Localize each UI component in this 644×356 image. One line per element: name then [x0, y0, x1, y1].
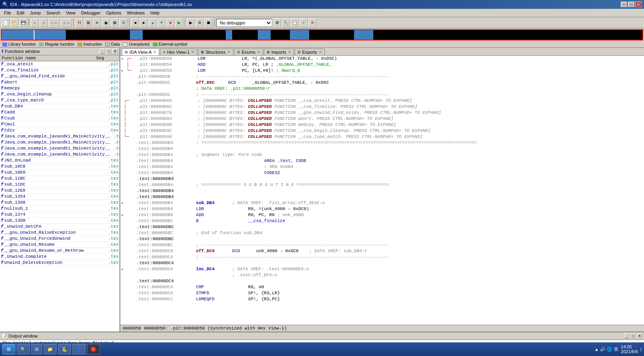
function-item[interactable]: f_Unwind_GetCFA.tex [0, 224, 119, 230]
tb-forward2[interactable]: →→ [61, 18, 72, 27]
tb-step-pause[interactable]: ⏸ [196, 18, 204, 27]
function-item[interactable]: f__gnu_Unwind_ForcedUnwind.tex [0, 236, 119, 242]
function-item[interactable]: fsub_10C8.tex [0, 164, 119, 170]
restore-button[interactable]: □ [628, 2, 634, 7]
function-item[interactable]: fsub_13D8.tex [0, 218, 119, 224]
tb-down[interactable]: ▼ [158, 18, 166, 27]
menu-search[interactable]: Search [44, 10, 63, 16]
tb-prev[interactable]: ◄ [131, 18, 139, 27]
tb-new[interactable]: 📄 [2, 18, 10, 27]
menu-jump[interactable]: Jump [28, 10, 43, 16]
functions-minimize[interactable]: _ [99, 49, 105, 54]
function-item[interactable]: fJava_com_example_javandk1_MainActivity_… [0, 152, 119, 158]
function-item[interactable]: fCdiv.tex [0, 127, 119, 134]
function-item[interactable]: fnullsub_1.tex [0, 206, 119, 212]
tab-structures[interactable]: ⊠Structures✕ [198, 49, 233, 55]
function-item[interactable]: fsub_10E0.tex [0, 170, 119, 176]
function-item[interactable]: f__gnu_Unwind_Resume.tex [0, 242, 119, 248]
function-item[interactable]: fCsub.tex [0, 115, 119, 121]
debugger-select[interactable]: No debugger [216, 19, 272, 27]
output-minimize[interactable]: _ [624, 333, 630, 339]
function-item[interactable]: fCmul.tex [0, 121, 119, 127]
code-view[interactable]: ● ┌─.plt:00000D50LDRLR, =(_GLOBAL_OFFSET… [120, 56, 644, 325]
nav-bar[interactable] [1, 29, 643, 40]
function-item[interactable]: fsub_12E8.tex [0, 188, 119, 194]
function-item[interactable]: fCadd.tex [0, 109, 119, 115]
function-item[interactable]: fsub_1354.tex [0, 194, 119, 200]
function-item[interactable]: fsub_11DC.tex [0, 182, 119, 188]
tab-close[interactable]: ✕ [191, 50, 194, 54]
tb-forward[interactable]: → [40, 18, 48, 27]
tb-breakpoint[interactable]: ● [166, 18, 174, 27]
tb-debug-modules[interactable]: 📋 [291, 18, 299, 27]
tb-btn4[interactable]: ◉ [102, 18, 110, 27]
tb-add-bp[interactable]: + [300, 18, 308, 27]
tb-debug-attach[interactable]: ⚙ [273, 18, 281, 27]
tab-close[interactable]: ✕ [227, 50, 231, 54]
tb-open[interactable]: 📂 [10, 18, 18, 27]
start-button[interactable]: ⊞ [2, 344, 15, 354]
tb-step-play[interactable]: ▶ [187, 18, 195, 27]
tb-btn6[interactable]: A [119, 18, 128, 27]
tb-graph[interactable]: ⊞ [84, 18, 92, 27]
function-item[interactable]: fJava_com_example_javandk1_MainActivity_… [0, 134, 119, 140]
taskbar-app1[interactable]: 🐍 [58, 344, 71, 354]
tb-up[interactable]: ▲ [149, 18, 157, 27]
menu-help[interactable]: Help [148, 10, 162, 16]
close-button[interactable]: ✕ [635, 2, 642, 7]
function-item[interactable]: f_cxa_type_match.plt [0, 97, 119, 103]
function-item[interactable]: fsub_DB4.tex [0, 103, 119, 109]
tab-hex-view-1[interactable]: AHex View-1✕ [160, 49, 197, 55]
function-item[interactable]: fsub_1374.tex [0, 212, 119, 218]
function-item[interactable]: fUnwind_DeleteException.tex [0, 260, 119, 266]
menu-windows[interactable]: Windows [124, 10, 147, 16]
tb-remove[interactable]: ✕ [308, 18, 316, 27]
tab-ida-view-a[interactable]: ⊞IDA View-A✕ [122, 49, 159, 56]
tab-exports[interactable]: ⊟Exports✕ [295, 49, 325, 55]
function-item[interactable]: f_Unwind_Complete.tex [0, 254, 119, 260]
function-item[interactable]: fJava_com_example_javandk1_MainActivity_… [0, 146, 119, 152]
function-item[interactable]: fabort.plt [0, 79, 119, 85]
menu-debugger[interactable]: Debugger [79, 10, 103, 16]
function-item[interactable]: fJava_com_example_javandk1_MainActivity_… [0, 140, 119, 146]
function-item[interactable]: fsub_11BC.tex [0, 176, 119, 182]
functions-restore[interactable]: □ [106, 49, 111, 54]
menu-file[interactable]: File [2, 10, 14, 16]
tb-back2[interactable]: ←← [49, 18, 60, 27]
taskbar-explorer[interactable]: 📁 [44, 344, 57, 354]
function-item[interactable]: f__gnu_Unwind_Find_exidx.plt [0, 73, 119, 79]
output-close[interactable]: ✕ [637, 333, 642, 339]
function-item[interactable]: fmemcpy.plt [0, 85, 119, 91]
taskbar-search[interactable]: 🔍 [17, 344, 30, 354]
taskbar-avatar[interactable]: 👤 [73, 344, 85, 354]
tb-debug-settings[interactable]: 🔧 [282, 18, 290, 27]
show-desktop[interactable]: | [640, 347, 642, 352]
function-item[interactable]: fJNI_OnLoad.tex [0, 158, 119, 164]
tb-hex[interactable]: H [75, 18, 83, 27]
tb-step-stop[interactable]: ⏹ [205, 18, 213, 27]
function-item[interactable]: f_oxa_atexit.plt [0, 61, 119, 67]
tb-save[interactable]: 💾 [19, 18, 27, 27]
tab-close[interactable]: ✕ [288, 50, 291, 54]
tb-next[interactable]: ► [140, 18, 148, 27]
menu-options[interactable]: Options [103, 10, 124, 16]
output-restore[interactable]: □ [630, 333, 636, 339]
function-item[interactable]: f_oxa_begin_cleanup.plt [0, 91, 119, 97]
tab-close[interactable]: ✕ [319, 50, 322, 54]
function-item[interactable]: f_cxa_finalize.plt [0, 67, 119, 73]
menu-view[interactable]: View [63, 10, 78, 16]
tb-back[interactable]: ← [31, 18, 39, 27]
tb-btn5[interactable]: ⊠ [111, 18, 119, 27]
taskbar-taskview[interactable]: ⊟ [31, 344, 42, 354]
function-item[interactable]: f__gnu_Unwind_Resume_or_Rethrow.tex [0, 248, 119, 254]
tab-imports[interactable]: ⊞Imports✕ [264, 49, 294, 55]
functions-close[interactable]: ✕ [112, 49, 118, 54]
tb-run[interactable]: ▶ [175, 18, 183, 27]
tb-list[interactable]: ≡ [93, 18, 101, 27]
taskbar-ida[interactable]: 🔴 [87, 344, 100, 354]
tab-close[interactable]: ✕ [257, 50, 260, 54]
tab-close[interactable]: ✕ [153, 50, 156, 54]
function-item[interactable]: fsub_1368.tex [0, 200, 119, 206]
menu-edit[interactable]: Edit [14, 10, 27, 16]
function-item[interactable]: f__gnu_Unwind_RaiseException.tex [0, 230, 119, 236]
